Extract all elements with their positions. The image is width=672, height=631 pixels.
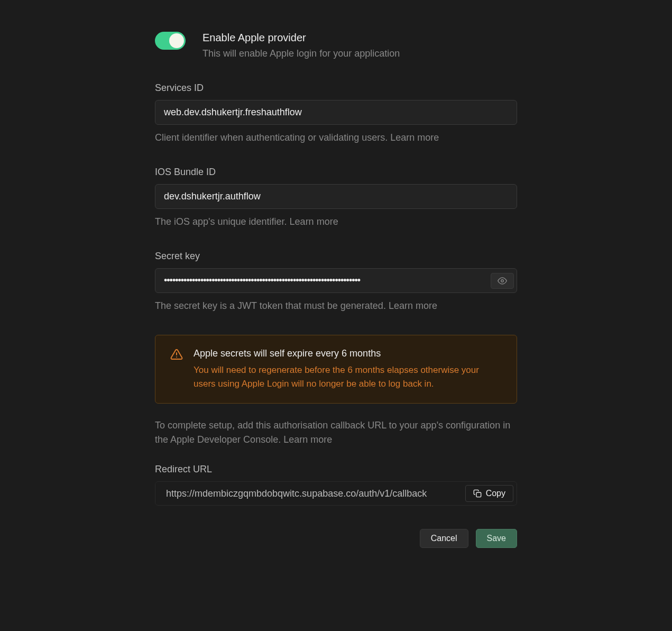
ios-bundle-id-label: IOS Bundle ID bbox=[155, 167, 517, 178]
redirect-url-label: Redirect URL bbox=[155, 464, 517, 475]
ios-bundle-id-learn-more-link[interactable]: Learn more bbox=[290, 216, 338, 227]
warning-box: Apple secrets will self expire every 6 m… bbox=[155, 335, 517, 404]
warning-title: Apple secrets will self expire every 6 m… bbox=[194, 348, 502, 359]
secret-key-label: Secret key bbox=[155, 251, 517, 262]
services-id-label: Services ID bbox=[155, 83, 517, 94]
ios-bundle-id-help: The iOS app's unique identifier. Learn m… bbox=[155, 216, 517, 227]
secret-key-help: The secret key is a JWT token that must … bbox=[155, 300, 517, 312]
ios-bundle-id-input[interactable] bbox=[155, 184, 517, 209]
copy-button[interactable]: Copy bbox=[465, 485, 513, 502]
callback-instruction: To complete setup, add this authorisatio… bbox=[155, 418, 517, 447]
services-id-input[interactable] bbox=[155, 100, 517, 125]
redirect-url-input[interactable] bbox=[166, 488, 465, 499]
eye-icon bbox=[498, 276, 507, 286]
toggle-subtitle: This will enable Apple login for your ap… bbox=[202, 48, 517, 59]
svg-rect-3 bbox=[476, 492, 481, 497]
services-id-learn-more-link[interactable]: Learn more bbox=[390, 132, 439, 143]
toggle-title: Enable Apple provider bbox=[202, 32, 517, 44]
callback-learn-more-link[interactable]: Learn more bbox=[283, 434, 332, 445]
services-id-help: Client identifier when authenticating or… bbox=[155, 132, 517, 143]
enable-apple-toggle[interactable] bbox=[155, 32, 186, 50]
reveal-secret-button[interactable] bbox=[491, 273, 514, 289]
copy-icon bbox=[473, 489, 482, 498]
svg-point-0 bbox=[501, 279, 504, 282]
cancel-button[interactable]: Cancel bbox=[420, 529, 468, 548]
warning-icon bbox=[170, 348, 183, 361]
save-button[interactable]: Save bbox=[476, 529, 517, 548]
secret-key-input[interactable] bbox=[155, 268, 517, 293]
secret-key-learn-more-link[interactable]: Learn more bbox=[389, 300, 437, 311]
warning-text: You will need to regenerate before the 6… bbox=[194, 363, 502, 390]
